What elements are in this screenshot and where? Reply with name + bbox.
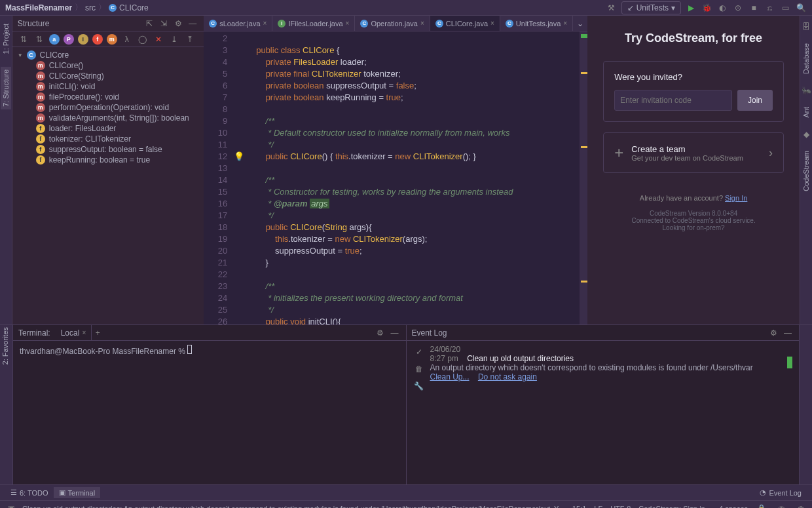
add-terminal-icon[interactable]: + bbox=[92, 327, 103, 339]
sidebar-tab-favorites[interactable]: 2: Favorites bbox=[0, 324, 13, 367]
ant-icon[interactable]: 🐜 bbox=[800, 85, 812, 96]
close-icon[interactable]: × bbox=[346, 20, 350, 27]
coverage-icon[interactable]: ◐ bbox=[716, 2, 728, 14]
filter-i-icon[interactable]: I bbox=[78, 34, 88, 45]
search-icon[interactable]: 🔍 bbox=[795, 2, 807, 14]
dontask-link[interactable]: Do not ask again bbox=[478, 372, 537, 381]
stop-icon[interactable]: ■ bbox=[748, 2, 760, 14]
encoding[interactable]: UTF-8 bbox=[610, 505, 631, 509]
gear-icon[interactable]: ⚙ bbox=[767, 327, 779, 339]
collapse-icon[interactable]: ⇲ bbox=[158, 18, 170, 29]
cursor-position[interactable]: 15:1 bbox=[572, 505, 586, 509]
create-team-button[interactable]: + Create a team Get your dev team on Cod… bbox=[614, 144, 773, 162]
terminal-output[interactable]: thvardhan@MacBook-Pro MassFileRenamer % bbox=[13, 341, 406, 484]
structure-title: Structure bbox=[18, 19, 50, 28]
breadcrumb-src[interactable]: src bbox=[85, 3, 96, 12]
filter-p-icon[interactable]: P bbox=[64, 34, 74, 45]
method-icon: m bbox=[36, 82, 45, 91]
join-button[interactable]: Join bbox=[737, 90, 773, 111]
tree-item[interactable]: mperformOperation(Operation): void bbox=[18, 102, 199, 113]
tree-item[interactable]: mCLICore() bbox=[18, 60, 199, 71]
signin-link[interactable]: Sign In bbox=[725, 194, 747, 202]
editor-tab[interactable]: CUnitTests.java× bbox=[500, 16, 573, 31]
sidebar-tab-ant[interactable]: Ant bbox=[801, 104, 811, 121]
close-icon[interactable]: × bbox=[420, 20, 424, 27]
tree-item[interactable]: fkeepRunning: boolean = true bbox=[18, 155, 199, 165]
run-config-selector[interactable]: ↙ UnitTests ▾ bbox=[621, 1, 681, 14]
sidebar-tab-project[interactable]: 1: Project bbox=[1, 21, 11, 56]
close-icon[interactable]: × bbox=[263, 20, 267, 27]
terminal-tab-local[interactable]: Local × bbox=[56, 325, 92, 340]
breadcrumb-sep-icon: 〉 bbox=[75, 2, 83, 13]
sidebar-tab-database[interactable]: Database bbox=[801, 41, 811, 77]
sidebar-tab-structure[interactable]: 7: Structure bbox=[1, 67, 11, 109]
hide-icon[interactable]: — bbox=[782, 327, 794, 339]
mark-read-icon[interactable]: ✓ bbox=[413, 346, 425, 358]
chevron-right-icon: › bbox=[769, 146, 773, 160]
line-ending[interactable]: LF bbox=[594, 505, 602, 509]
sort-alpha-icon[interactable]: ⇅ bbox=[18, 33, 29, 45]
editor-tab[interactable]: CCLICore.java× bbox=[430, 16, 500, 31]
tree-item[interactable]: mfileProcedure(): void bbox=[18, 92, 199, 102]
cs-icon[interactable]: ◆ bbox=[800, 128, 812, 140]
footer-tab-todo[interactable]: ☰ 6: TODO bbox=[5, 487, 54, 498]
hide-icon[interactable]: — bbox=[389, 327, 401, 339]
db-icon[interactable]: 🗄 bbox=[800, 21, 812, 33]
wrench-icon[interactable]: 🔧 bbox=[413, 380, 425, 392]
gear-icon[interactable]: ⚙ bbox=[172, 18, 184, 29]
method-icon: m bbox=[36, 113, 45, 123]
debug-icon[interactable]: 🐞 bbox=[701, 2, 712, 14]
scroll-to-icon[interactable]: ⤓ bbox=[168, 33, 180, 45]
footer-tab-eventlog[interactable]: ◔ Event Log bbox=[754, 487, 807, 498]
plus-icon: + bbox=[614, 144, 623, 162]
tree-item-label: tokenizer: CLITokenizer bbox=[49, 134, 131, 144]
cleanup-link[interactable]: Clean Up... bbox=[430, 372, 470, 381]
sort-vis-icon[interactable]: ⇅ bbox=[33, 33, 45, 45]
toolwindow-icon[interactable]: ▣ bbox=[5, 503, 17, 509]
sidebar-tab-codestream[interactable]: CodeStream bbox=[801, 148, 811, 194]
hammer-icon[interactable]: ⚒ bbox=[606, 2, 618, 14]
codestream-status[interactable]: CodeStream: Sign in... bbox=[638, 505, 711, 509]
gear-icon[interactable]: ⚙ bbox=[375, 327, 386, 339]
footer-tab-label: Event Log bbox=[769, 489, 802, 497]
filter-m-icon[interactable]: m bbox=[107, 34, 117, 45]
inspect-icon[interactable]: 👁 bbox=[775, 503, 787, 509]
footer-tab-terminal[interactable]: ▣ Terminal bbox=[54, 487, 101, 498]
indent-setting[interactable]: 4 spaces bbox=[719, 505, 748, 509]
editor-tab[interactable]: IIFilesLoader.java× bbox=[272, 16, 355, 31]
breadcrumb-file[interactable]: CLICore bbox=[119, 3, 149, 12]
close-icon[interactable]: × bbox=[82, 329, 86, 336]
project-name[interactable]: MassFileRenamer bbox=[5, 3, 72, 12]
tabs-overflow-icon[interactable]: ⌄ bbox=[573, 19, 587, 28]
invitation-code-input[interactable] bbox=[614, 90, 732, 111]
memory-icon[interactable]: 🗑 bbox=[795, 503, 807, 509]
editor-tab[interactable]: COperation.java× bbox=[355, 16, 430, 31]
tree-item[interactable]: ftokenizer: CLITokenizer bbox=[18, 134, 199, 144]
scroll-from-icon[interactable]: ⤒ bbox=[184, 33, 196, 45]
git-icon[interactable]: ⎌ bbox=[764, 2, 775, 14]
run-icon[interactable]: ▶ bbox=[685, 2, 697, 14]
editor-tab[interactable]: CsLoader.java× bbox=[204, 16, 272, 31]
tree-item[interactable]: fsuppressOutput: boolean = false bbox=[18, 144, 199, 155]
tree-item[interactable]: minitCLI(): void bbox=[18, 81, 199, 92]
anon-icon[interactable]: ◯ bbox=[137, 33, 149, 45]
filter-f-icon[interactable]: f bbox=[92, 34, 103, 45]
tree-item-label: suppressOutput: boolean = false bbox=[49, 145, 162, 154]
filter-a-icon[interactable]: a bbox=[49, 34, 60, 45]
lambda-icon[interactable]: λ bbox=[121, 33, 133, 45]
tree-item[interactable]: floader: FilesLoader bbox=[18, 123, 199, 134]
tree-root[interactable]: ▼ C CLICore bbox=[18, 50, 199, 60]
codestream-title: Try CodeStream, for free bbox=[625, 31, 762, 45]
onprem-link[interactable]: Looking for on-prem? bbox=[663, 224, 725, 231]
lock-icon[interactable]: 🔒 bbox=[756, 503, 767, 509]
filter-x-icon[interactable]: ✕ bbox=[153, 33, 164, 45]
tree-item[interactable]: mvalidateArguments(int, String[]): boole… bbox=[18, 113, 199, 123]
close-icon[interactable]: × bbox=[490, 20, 494, 27]
close-icon[interactable]: × bbox=[563, 20, 567, 27]
layout-icon[interactable]: ▭ bbox=[779, 2, 791, 14]
hide-icon[interactable]: — bbox=[187, 18, 198, 29]
profile-icon[interactable]: ⊙ bbox=[732, 2, 744, 14]
trash-icon[interactable]: 🗑 bbox=[413, 363, 425, 375]
expand-icon[interactable]: ⇱ bbox=[143, 18, 155, 29]
tree-item[interactable]: mCLICore(String) bbox=[18, 71, 199, 81]
